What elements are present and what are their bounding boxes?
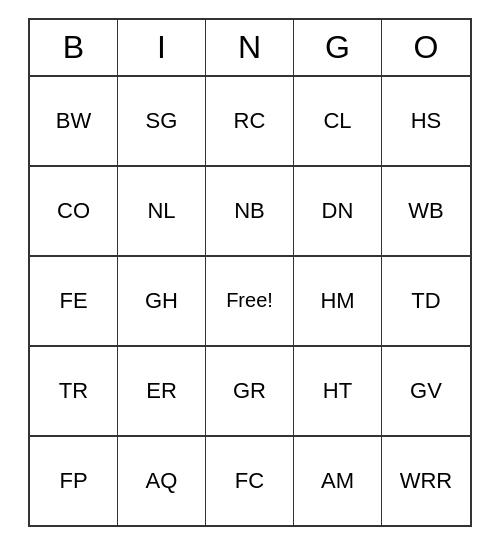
bingo-body: BWSGRCCLHSCONLNBDNWBFEGHFree!HMTDTRERGRH…	[30, 75, 470, 525]
bingo-cell: WB	[382, 167, 470, 255]
header-cell: G	[294, 20, 382, 75]
bingo-cell: GR	[206, 347, 294, 435]
bingo-cell: ER	[118, 347, 206, 435]
bingo-cell: CO	[30, 167, 118, 255]
bingo-cell: NL	[118, 167, 206, 255]
bingo-cell: FP	[30, 437, 118, 525]
bingo-cell: GH	[118, 257, 206, 345]
header-cell: B	[30, 20, 118, 75]
bingo-header: BINGO	[30, 20, 470, 75]
bingo-cell: AQ	[118, 437, 206, 525]
bingo-cell: HT	[294, 347, 382, 435]
bingo-row: FEGHFree!HMTD	[30, 255, 470, 345]
header-cell: N	[206, 20, 294, 75]
bingo-cell: AM	[294, 437, 382, 525]
bingo-cell: WRR	[382, 437, 470, 525]
bingo-row: FPAQFCAMWRR	[30, 435, 470, 525]
bingo-cell: GV	[382, 347, 470, 435]
bingo-row: TRERGRHTGV	[30, 345, 470, 435]
bingo-cell: Free!	[206, 257, 294, 345]
bingo-cell: NB	[206, 167, 294, 255]
bingo-row: CONLNBDNWB	[30, 165, 470, 255]
bingo-cell: FC	[206, 437, 294, 525]
bingo-cell: SG	[118, 77, 206, 165]
bingo-row: BWSGRCCLHS	[30, 75, 470, 165]
bingo-card: BINGO BWSGRCCLHSCONLNBDNWBFEGHFree!HMTDT…	[28, 18, 472, 527]
bingo-cell: HM	[294, 257, 382, 345]
bingo-cell: BW	[30, 77, 118, 165]
bingo-cell: FE	[30, 257, 118, 345]
header-cell: I	[118, 20, 206, 75]
bingo-cell: HS	[382, 77, 470, 165]
bingo-cell: TR	[30, 347, 118, 435]
bingo-cell: CL	[294, 77, 382, 165]
header-cell: O	[382, 20, 470, 75]
bingo-cell: TD	[382, 257, 470, 345]
bingo-cell: DN	[294, 167, 382, 255]
bingo-cell: RC	[206, 77, 294, 165]
